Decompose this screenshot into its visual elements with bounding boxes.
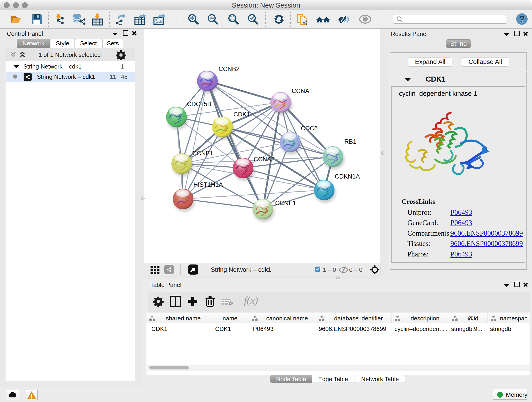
svg-text:CDKN1A: CDKN1A	[335, 173, 360, 180]
svg-text:CCNB2: CCNB2	[219, 65, 240, 72]
svg-text:HIST1H1A: HIST1H1A	[193, 181, 223, 188]
svg-text:CDC6: CDC6	[301, 125, 318, 132]
svg-text:RB1: RB1	[344, 138, 356, 145]
svg-text:CCNE1: CCNE1	[275, 200, 296, 206]
svg-text:CCNA2: CCNA2	[254, 156, 275, 163]
svg-text:CDK1: CDK1	[234, 111, 250, 118]
svg-text:CCNB1: CCNB1	[192, 150, 213, 157]
svg-text:CDC25B: CDC25B	[187, 101, 211, 108]
svg-text:CCNA1: CCNA1	[292, 88, 313, 95]
